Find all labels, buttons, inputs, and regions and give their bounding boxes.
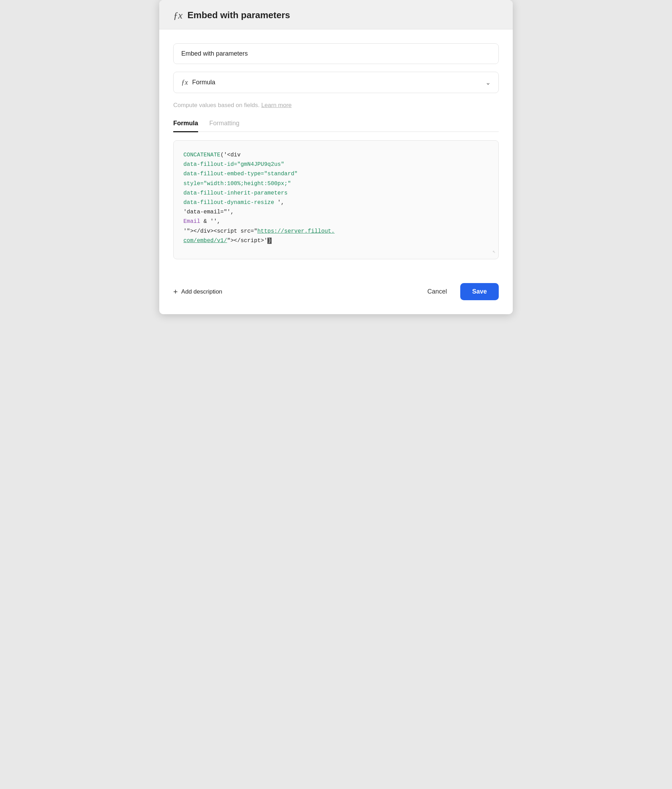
formula-line-9: '"></div><script src="https://server.fil… <box>183 227 489 236</box>
formula-line-10: com/embed/v1/"></script>') <box>183 236 489 246</box>
footer-actions: Cancel Save <box>421 283 499 300</box>
chevron-down-icon: ⌄ <box>485 79 491 86</box>
modal-header: ƒx Embed with parameters <box>159 0 513 29</box>
type-selector[interactable]: ƒx Formula ⌄ <box>173 72 499 93</box>
formula-line-5: data-fillout-inherit-parameters <box>183 188 489 198</box>
compute-main-text: Compute values based on fields. <box>173 102 260 109</box>
tab-formula[interactable]: Formula <box>173 120 198 132</box>
type-selector-label: Formula <box>192 79 481 86</box>
formula-line-6: data-fillout-dynamic-resize ', <box>183 198 489 208</box>
add-description-button[interactable]: + Add description <box>173 287 222 296</box>
save-button[interactable]: Save <box>460 283 499 300</box>
formula-line-2: data-fillout-id="gmN4JPU9q2us" <box>183 160 489 169</box>
formula-editor[interactable]: CONCATENATE('<div data-fillout-id="gmN4J… <box>173 140 499 259</box>
formula-type-icon: ƒx <box>181 78 188 86</box>
compute-description: Compute values based on fields. Learn mo… <box>173 101 499 110</box>
formula-line-7: 'data-email="', <box>183 208 489 217</box>
field-name-input[interactable] <box>173 43 499 64</box>
modal-title: Embed with parameters <box>187 10 290 21</box>
modal-container: ƒx Embed with parameters ƒx Formula ⌄ Co… <box>159 0 513 314</box>
add-description-label: Add description <box>181 288 222 295</box>
tab-bar: Formula Formatting <box>173 120 499 132</box>
formula-line-3: data-fillout-embed-type="standard" <box>183 169 489 179</box>
formula-line-4: style="width:100%;height:500px;" <box>183 179 489 188</box>
tab-formatting[interactable]: Formatting <box>209 120 239 132</box>
resize-handle-icon[interactable]: ⇖ <box>493 248 496 256</box>
modal-footer: + Add description Cancel Save <box>159 283 513 314</box>
formula-icon: ƒx <box>173 11 182 20</box>
plus-icon: + <box>173 287 178 296</box>
formula-line-1: CONCATENATE('<div <box>183 150 489 160</box>
learn-more-link[interactable]: Learn more <box>261 102 291 109</box>
formula-line-8: Email & '', <box>183 217 489 226</box>
cancel-button[interactable]: Cancel <box>421 284 453 300</box>
concatenate-keyword: CONCATENATE <box>183 152 221 158</box>
modal-body: ƒx Formula ⌄ Compute values based on fie… <box>159 29 513 283</box>
